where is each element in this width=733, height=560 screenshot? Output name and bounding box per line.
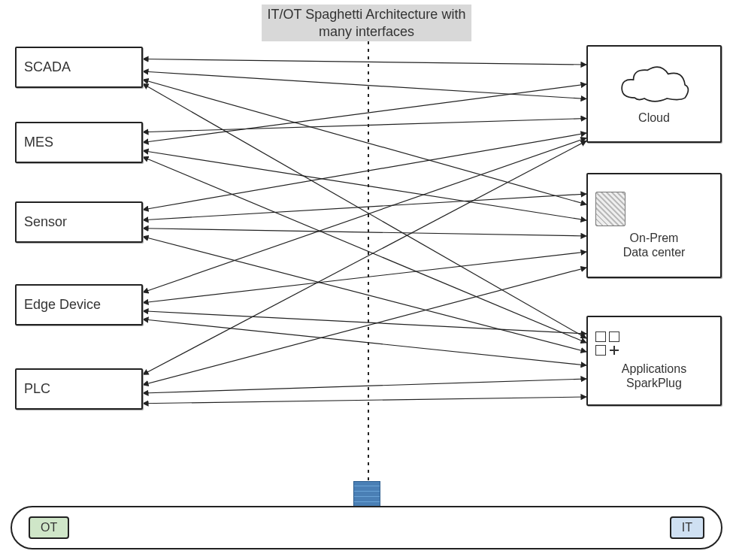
- node-apps: ApplicationsSparkPlug: [586, 316, 722, 406]
- legend-bar: OT IT: [11, 506, 722, 549]
- node-label: MES: [24, 135, 53, 150]
- connection-mes-cloud: [143, 119, 586, 132]
- connection-mes-apps: [143, 157, 586, 343]
- connection-plc-apps: [143, 397, 586, 404]
- diagram-title: IT/OT Spaghetti Architecture with many i…: [262, 5, 472, 41]
- node-mes: MES: [15, 122, 143, 163]
- connection-mes-onprem: [143, 151, 586, 221]
- title-line-1: IT/OT Spaghetti Architecture with: [268, 7, 466, 22]
- node-label: On-PremData center: [623, 231, 686, 259]
- title-line-2: many interfaces: [268, 23, 466, 41]
- connection-edge-apps: [143, 311, 586, 334]
- connection-scada-onprem: [143, 80, 586, 204]
- connection-mes-cloud: [143, 84, 586, 143]
- node-label: Sensor: [24, 214, 67, 230]
- node-label: SCADA: [24, 59, 71, 75]
- node-plc: PLC: [15, 368, 143, 410]
- connection-edge-cloud: [143, 138, 586, 293]
- node-cloud: Cloud: [586, 45, 722, 143]
- connection-scada-cloud: [143, 59, 586, 65]
- connection-sensor-onprem: [143, 229, 586, 236]
- connection-sensor-cloud: [143, 133, 586, 210]
- connection-scada-apps: [143, 84, 586, 339]
- connection-plc-onprem: [143, 268, 586, 385]
- cloud-icon: [613, 62, 695, 107]
- connection-plc-apps: [143, 379, 586, 393]
- connection-sensor-apps: [143, 237, 586, 352]
- node-scada: SCADA: [15, 47, 143, 88]
- it-tag: IT: [670, 516, 704, 539]
- connection-sensor-onprem: [143, 194, 586, 220]
- node-label: PLC: [24, 381, 50, 397]
- connection-scada-cloud: [143, 71, 586, 99]
- connection-edge-onprem: [143, 252, 586, 303]
- apps-icon: [595, 331, 621, 357]
- node-label: Edge Device: [24, 297, 101, 313]
- server-icon: [595, 192, 625, 226]
- node-label: Cloud: [638, 110, 670, 125]
- node-onprem: On-PremData center: [586, 173, 722, 278]
- node-label: ApplicationsSparkPlug: [622, 362, 686, 390]
- node-sensor: Sensor: [15, 201, 143, 243]
- diagram-stage: IT/OT Spaghetti Architecture with many i…: [0, 0, 733, 560]
- ot-tag: OT: [29, 516, 69, 539]
- node-edge: Edge Device: [15, 284, 143, 325]
- connection-edge-apps: [143, 319, 586, 365]
- connection-plc-cloud: [143, 141, 586, 374]
